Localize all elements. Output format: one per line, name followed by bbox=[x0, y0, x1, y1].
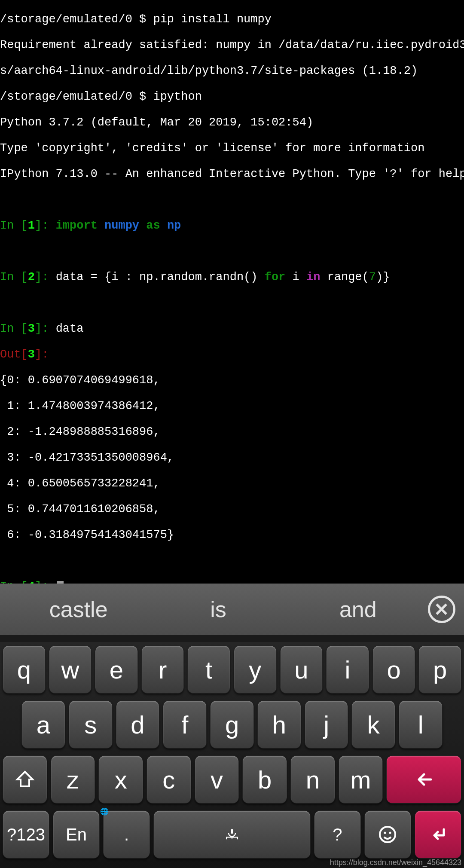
enter-icon bbox=[427, 824, 448, 845]
key-p[interactable]: p bbox=[418, 645, 461, 694]
key-x[interactable]: x bbox=[98, 755, 143, 804]
suggestion-bar: castle is and ✕ bbox=[0, 584, 464, 635]
globe-icon: 🌐 bbox=[100, 807, 109, 816]
close-suggestions-icon[interactable]: ✕ bbox=[428, 596, 455, 623]
suggestion-1[interactable]: castle bbox=[9, 596, 148, 622]
key-h[interactable]: h bbox=[257, 700, 301, 749]
key-q[interactable]: q bbox=[3, 645, 46, 694]
key-c[interactable]: c bbox=[147, 755, 191, 804]
backspace-icon bbox=[414, 769, 434, 790]
key-y[interactable]: y bbox=[234, 645, 277, 694]
key-b[interactable]: b bbox=[242, 755, 287, 804]
key-r[interactable]: r bbox=[141, 645, 184, 694]
svg-point-4 bbox=[389, 831, 391, 834]
key-l[interactable]: l bbox=[399, 700, 443, 749]
svg-rect-0 bbox=[231, 829, 233, 834]
key-a[interactable]: a bbox=[21, 700, 65, 749]
key-d[interactable]: d bbox=[116, 700, 160, 749]
suggestion-2[interactable]: is bbox=[148, 596, 288, 622]
soft-keyboard: castle is and ✕ q w e r t y u i o p a s … bbox=[0, 584, 464, 868]
key-w[interactable]: w bbox=[49, 645, 92, 694]
key-k[interactable]: k bbox=[351, 700, 395, 749]
key-z[interactable]: z bbox=[51, 755, 95, 804]
key-row-3: z x c v b n m bbox=[0, 752, 464, 807]
suggestion-3[interactable]: and bbox=[288, 596, 428, 622]
key-s[interactable]: s bbox=[69, 700, 113, 749]
language-key[interactable]: En🌐 bbox=[53, 810, 100, 859]
question-key[interactable]: ? bbox=[314, 810, 361, 859]
key-v[interactable]: v bbox=[195, 755, 239, 804]
smile-icon bbox=[377, 824, 398, 845]
period-key[interactable]: . bbox=[103, 810, 150, 859]
numbers-key[interactable]: ?123 bbox=[3, 810, 49, 859]
enter-key[interactable] bbox=[415, 810, 461, 859]
key-row-1: q w e r t y u i o p bbox=[0, 642, 464, 697]
key-g[interactable]: g bbox=[210, 700, 254, 749]
key-row-4: ?123 En🌐 . ? bbox=[0, 807, 464, 862]
svg-point-3 bbox=[384, 831, 386, 834]
key-t[interactable]: t bbox=[187, 645, 230, 694]
key-j[interactable]: j bbox=[305, 700, 348, 749]
shift-key[interactable] bbox=[3, 755, 47, 804]
space-key[interactable] bbox=[153, 810, 311, 859]
key-u[interactable]: u bbox=[280, 645, 323, 694]
key-m[interactable]: m bbox=[339, 755, 383, 804]
key-n[interactable]: n bbox=[290, 755, 335, 804]
backspace-key[interactable] bbox=[386, 755, 461, 804]
key-f[interactable]: f bbox=[163, 700, 207, 749]
key-row-2: a s d f g h j k l bbox=[0, 697, 464, 752]
shift-icon bbox=[15, 769, 35, 790]
mic-icon bbox=[222, 824, 242, 845]
svg-point-2 bbox=[380, 827, 395, 842]
emoji-key[interactable] bbox=[364, 810, 411, 859]
key-e[interactable]: e bbox=[95, 645, 138, 694]
watermark: https://blog.csdn.net/weixin_45644323 bbox=[330, 858, 461, 867]
key-o[interactable]: o bbox=[372, 645, 415, 694]
terminal-output[interactable]: /storage/emulated/0 $ pip install numpy … bbox=[0, 0, 464, 606]
key-i[interactable]: i bbox=[326, 645, 369, 694]
